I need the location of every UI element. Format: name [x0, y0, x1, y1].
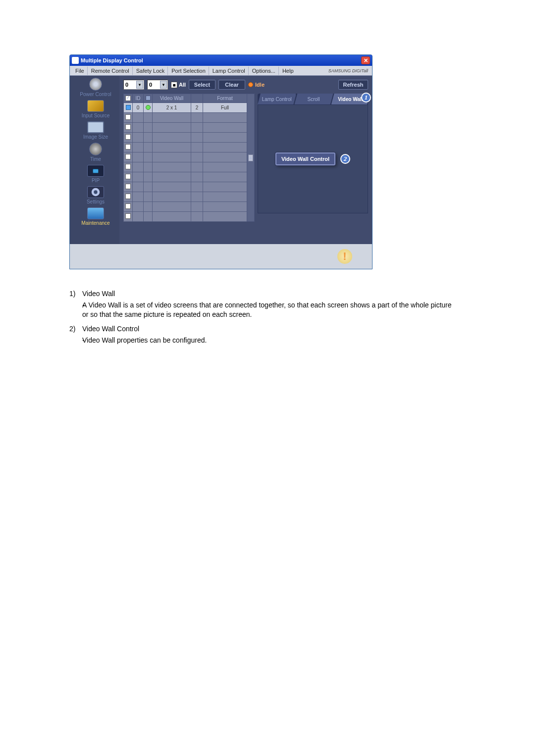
menu-remote-control[interactable]: Remote Control	[88, 66, 133, 75]
menu-options[interactable]: Options...	[249, 66, 279, 75]
value: 0	[149, 82, 152, 88]
col-format: Format	[203, 94, 247, 103]
menu-help[interactable]: Help	[279, 66, 297, 75]
sidebar-label: Image Size	[83, 134, 108, 140]
tab-scroll[interactable]: Scroll	[294, 94, 333, 104]
sidebar-item-maintenance[interactable]: Maintenance	[73, 207, 118, 226]
sidebar: Power Control Input Source Image Size Ti…	[70, 76, 119, 244]
table-row[interactable]	[124, 143, 255, 152]
checkbox-icon: ■	[171, 82, 177, 88]
range-end-select[interactable]: 0 ▼	[147, 80, 168, 90]
table-row[interactable]	[124, 202, 255, 212]
value: 0	[125, 82, 128, 88]
checkbox-icon[interactable]	[125, 144, 131, 150]
menu-file[interactable]: File	[72, 66, 88, 75]
col-num	[191, 94, 203, 103]
menu-port-selection[interactable]: Port Selection	[168, 66, 209, 75]
scroll-up-icon[interactable]: ▲	[248, 154, 253, 161]
warning-icon: !	[337, 249, 352, 264]
checkbox-icon[interactable]	[125, 213, 131, 219]
checkbox-icon[interactable]	[125, 203, 131, 209]
cell-num: 2	[191, 103, 203, 113]
menu-safety-lock[interactable]: Safety Lock	[133, 66, 168, 75]
image-size-icon	[87, 121, 104, 133]
sidebar-label: PIP	[92, 178, 100, 183]
table-row[interactable]	[124, 152, 255, 162]
statusbar: !	[70, 244, 372, 269]
sidebar-label: Time	[90, 156, 101, 162]
select-button[interactable]: Select	[189, 80, 215, 90]
checkbox-icon[interactable]	[125, 154, 131, 159]
status-ok-icon	[146, 105, 151, 110]
table-row[interactable]	[124, 182, 255, 192]
callout-1: 1	[361, 93, 371, 102]
checkbox-icon[interactable]	[125, 164, 131, 169]
sidebar-label: Input Source	[82, 113, 110, 118]
device-table: ID Video Wall Format ▲ 0	[123, 94, 255, 222]
idle-label: Idle	[255, 82, 265, 88]
titlebar[interactable]: Multiple Display Control ✕	[70, 55, 372, 66]
status-icon	[146, 96, 151, 101]
table-row[interactable]	[124, 162, 255, 172]
description-text: 1) Video Wall - A Video Wall is a set of…	[69, 289, 453, 345]
row-check-icon[interactable]	[126, 105, 131, 110]
checkbox-icon[interactable]	[125, 114, 131, 120]
pip-icon	[87, 165, 104, 177]
desc-title-2: Video Wall Control	[82, 324, 453, 334]
chevron-down-icon[interactable]: ▼	[160, 81, 167, 89]
table-row[interactable]	[124, 172, 255, 182]
cell-id: 0	[133, 103, 144, 113]
table-row[interactable]	[124, 133, 255, 143]
checkbox-icon[interactable]	[125, 134, 131, 140]
main-panel: 0 ▼ 0 ▼ ■ All Select Clear Idle Refresh	[119, 76, 372, 244]
sidebar-item-time[interactable]: Time	[73, 143, 118, 162]
app-icon	[72, 57, 79, 64]
idle-indicator: Idle	[248, 82, 265, 88]
brand-label: SAMSUNG DIGITall	[328, 68, 370, 73]
bullet-dash: -	[69, 336, 82, 345]
clear-button[interactable]: Clear	[218, 80, 245, 90]
maintenance-icon	[87, 207, 104, 219]
table-row[interactable]	[124, 123, 255, 133]
status-dot-icon	[248, 82, 253, 87]
device-table-zone: ID Video Wall Format ▲ 0	[123, 94, 255, 222]
refresh-button[interactable]: Refresh	[338, 80, 368, 90]
sidebar-label: Power Control	[80, 92, 111, 97]
all-checkbox[interactable]: ■ All	[171, 82, 186, 88]
table-row[interactable]	[124, 212, 255, 222]
tab-lamp-control[interactable]: Lamp Control	[258, 94, 296, 104]
table-row[interactable]	[124, 113, 255, 123]
app-window: Multiple Display Control ✕ File Remote C…	[69, 54, 373, 269]
sidebar-item-pip[interactable]: PIP	[73, 165, 118, 183]
table-row[interactable]: 0 2 x 1 2 Full	[124, 103, 255, 113]
sidebar-item-input-source[interactable]: Input Source	[73, 100, 118, 118]
checkbox-icon[interactable]	[125, 124, 131, 130]
col-status	[144, 94, 153, 103]
desc-num-2: 2)	[69, 324, 82, 334]
cell-format: Full	[203, 103, 247, 113]
sidebar-item-power-control[interactable]: Power Control	[73, 78, 118, 97]
close-button[interactable]: ✕	[361, 56, 370, 64]
scrollbar[interactable]: ▲	[247, 94, 255, 222]
sidebar-item-image-size[interactable]: Image Size	[73, 121, 118, 140]
checkbox-icon[interactable]	[125, 184, 131, 189]
sidebar-item-settings[interactable]: Settings	[73, 186, 118, 204]
tab-content-video-wall: Video Wall Control 2	[258, 104, 368, 213]
svg-point-1	[94, 190, 97, 194]
check-icon	[125, 96, 131, 101]
video-wall-control-button[interactable]: Video Wall Control	[275, 152, 335, 165]
power-icon	[89, 78, 102, 91]
checkbox-icon[interactable]	[125, 174, 131, 179]
checkbox-icon[interactable]	[125, 194, 131, 199]
sidebar-label: Maintenance	[81, 220, 109, 226]
range-start-select[interactable]: 0 ▼	[123, 80, 144, 90]
table-row[interactable]	[124, 192, 255, 202]
desc-num-1: 1)	[69, 289, 82, 299]
tab-panel: Lamp Control Scroll Video Wall 1 Video W…	[258, 94, 368, 222]
menu-lamp-control[interactable]: Lamp Control	[209, 66, 249, 75]
col-id: ID	[133, 94, 144, 103]
chevron-down-icon[interactable]: ▼	[136, 81, 143, 89]
bullet-dash: -	[69, 301, 82, 319]
clock-icon	[89, 143, 102, 155]
tabs: Lamp Control Scroll Video Wall	[258, 94, 368, 104]
